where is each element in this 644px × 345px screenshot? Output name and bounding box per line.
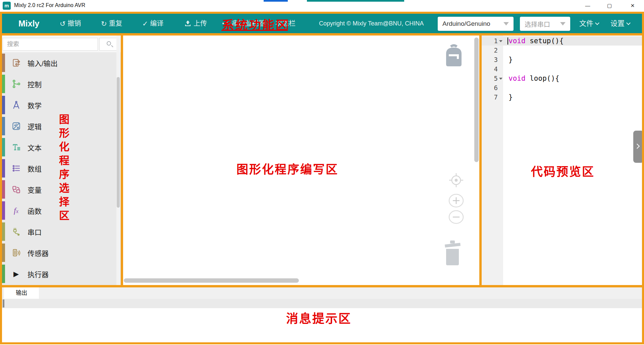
sidebar-category-variable[interactable]: 变量 [2,179,121,200]
zoom-out-icon[interactable] [448,210,464,225]
code-text [503,64,508,74]
math-icon [10,100,22,110]
sidebar-category-actuator[interactable]: ▶ 执行器 [2,263,121,284]
compile-button[interactable]: ✓编译 [142,14,164,33]
line-number: 7 [482,92,503,102]
port-select[interactable]: 选择串口 [520,17,570,31]
logic-icon [10,122,22,131]
category-label: 执行器 [28,269,49,279]
code-lines: 1 void setup(){ 2 3 } 4 5 void loop(){ 6… [482,36,642,102]
category-label: 传感器 [28,248,49,258]
category-color-bar [2,54,5,72]
close-button[interactable]: ✕ [625,0,640,11]
code-line: 3 } [482,55,642,64]
category-color-bar [2,138,5,156]
chevron-down-icon [503,22,509,25]
toolbar-button-label: 状态栏 [275,20,296,27]
category-label: 数组 [28,163,42,174]
collapse-panel-button[interactable] [633,131,642,163]
code-text [503,83,508,92]
line-number: 3 [482,55,503,64]
maximize-button[interactable]: ▢ [602,0,617,11]
code-text: } [503,55,513,64]
canvas-vertical-scrollbar[interactable] [474,38,479,162]
code-text [503,46,508,55]
function-icon: fx [10,206,22,215]
message-panel: 输出 [2,287,642,342]
category-label: 串口 [28,227,42,237]
toolbar-button-label: 上传 [194,20,207,27]
redo-button[interactable]: ↻重复 [101,14,122,33]
sidebar-category-function[interactable]: fx 函数 [2,200,121,221]
sidebar-category-logic[interactable]: 逻辑 [2,116,121,137]
category-label: 逻辑 [28,121,42,131]
code-text: } [503,92,513,102]
line-number: 2 [482,46,503,55]
fold-arrow-icon[interactable] [499,78,502,80]
category-label: 输入/输出 [28,58,58,68]
tab-output[interactable]: 输出 [4,287,39,299]
minimize-button[interactable]: — [580,0,595,11]
window-title: Mixly 2.0 rc2 For Arduino AVR [14,2,85,8]
category-color-bar [2,244,5,262]
actuator-icon: ▶ [10,270,22,278]
category-color-bar [2,159,5,178]
code-preview-panel: 1 void setup(){ 2 3 } 4 5 void loop(){ 6… [482,36,642,285]
frame-line-above-bottom [0,285,644,287]
toolbar-button-label: 编译 [150,20,164,27]
category-label: 文本 [28,142,42,152]
sidebar-category-sensor[interactable]: 传感器 [2,242,121,263]
block-canvas[interactable] [123,36,479,285]
top-teal-strip [307,0,404,2]
annotation-toolbar-tick [287,19,288,31]
upload-button[interactable]: 上传 [184,14,207,33]
board-select[interactable]: Arduino/Genuino [438,17,514,31]
array-icon [10,164,22,173]
line-number: 4 [482,64,503,74]
canvas-horizontal-scrollbar[interactable] [124,278,299,283]
sidebar-category-serial[interactable]: 串口 [2,221,121,242]
line-number: 1 [482,36,503,46]
code-text: void setup(){ [503,36,564,46]
message-tab-bar: 输出 [2,287,642,299]
trash-icon[interactable] [443,239,462,268]
frame-line-sidebar-canvas [121,33,123,285]
code-line: 5 void loop(){ [482,74,642,83]
category-color-bar [2,222,5,241]
chevron-down-icon [595,21,599,25]
message-strip [2,299,642,308]
code-text: void loop(){ [503,74,559,83]
category-label: 数学 [28,100,42,110]
chevron-down-icon [560,22,566,25]
toolbar: Mixly ↺撤销↻重复✓编译上传串口监视器状态栏 Copyright © Mi… [2,14,642,33]
center-blocks-icon[interactable] [448,172,464,190]
sidebar-category-math[interactable]: 数学 [2,94,121,116]
variable-icon [10,185,22,194]
caret-bar [3,299,4,307]
board-select-value: Arduino/Genuino [442,20,490,27]
category-color-bar [2,180,5,199]
sidebar-scrollbar-thumb[interactable] [117,77,120,208]
fold-arrow-icon[interactable] [499,40,502,42]
sidebar-category-text[interactable]: 文本 [2,137,121,158]
undo-button[interactable]: ↺撤销 [60,14,81,33]
frame-line-under-toolbar [0,33,644,36]
sidebar-category-control[interactable]: 控制 [2,73,121,94]
category-color-bar [2,265,5,283]
top-blue-strip [264,0,288,2]
backpack-icon[interactable] [443,44,464,69]
search-input[interactable] [3,38,98,51]
sidebar-category-io[interactable]: 输入/输出 [2,52,121,73]
settings-menu[interactable]: 设置 [610,14,630,33]
file-menu[interactable]: 文件 [579,14,599,33]
serial-icon [10,227,22,236]
search-icon [107,41,111,46]
code-line: 2 [482,46,642,55]
file-menu-label: 文件 [579,19,593,27]
sidebar-category-array[interactable]: 数组 [2,158,121,179]
toolbar-button-label: 重复 [109,20,122,27]
chevron-down-icon [626,21,631,25]
annotation-toolbar-underline [221,30,288,31]
zoom-in-icon[interactable] [448,194,464,209]
control-icon [10,79,22,88]
